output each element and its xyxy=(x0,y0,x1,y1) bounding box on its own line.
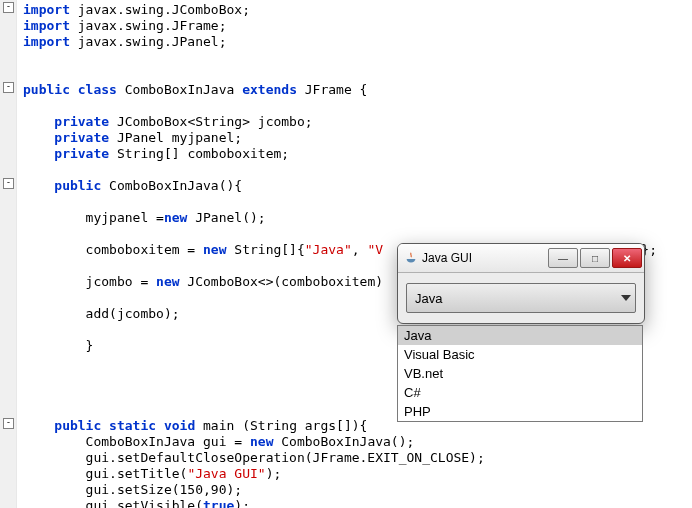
fold-marker[interactable]: - xyxy=(3,178,14,189)
combobox-option[interactable]: PHP xyxy=(398,402,642,421)
minimize-button[interactable]: — xyxy=(548,248,578,268)
titlebar[interactable]: Java GUI — □ ✕ xyxy=(398,244,644,273)
fold-marker[interactable]: - xyxy=(3,418,14,429)
java-cup-icon xyxy=(404,251,418,265)
combobox[interactable]: Java xyxy=(406,283,636,313)
close-button[interactable]: ✕ xyxy=(612,248,642,268)
chevron-down-icon xyxy=(621,295,631,301)
combobox-option[interactable]: Visual Basic xyxy=(398,345,642,364)
window-body: Java xyxy=(398,273,644,323)
maximize-button[interactable]: □ xyxy=(580,248,610,268)
combobox-selected: Java xyxy=(415,291,442,306)
swing-window: Java GUI — □ ✕ Java xyxy=(397,243,645,324)
combobox-dropdown[interactable]: Java Visual Basic VB.net C# PHP xyxy=(397,325,643,422)
fold-marker[interactable]: - xyxy=(3,2,14,13)
window-title: Java GUI xyxy=(422,251,546,265)
combobox-option[interactable]: VB.net xyxy=(398,364,642,383)
fold-gutter: - - - - xyxy=(0,0,17,508)
combobox-option[interactable]: Java xyxy=(398,326,642,345)
combobox-option[interactable]: C# xyxy=(398,383,642,402)
fold-marker[interactable]: - xyxy=(3,82,14,93)
